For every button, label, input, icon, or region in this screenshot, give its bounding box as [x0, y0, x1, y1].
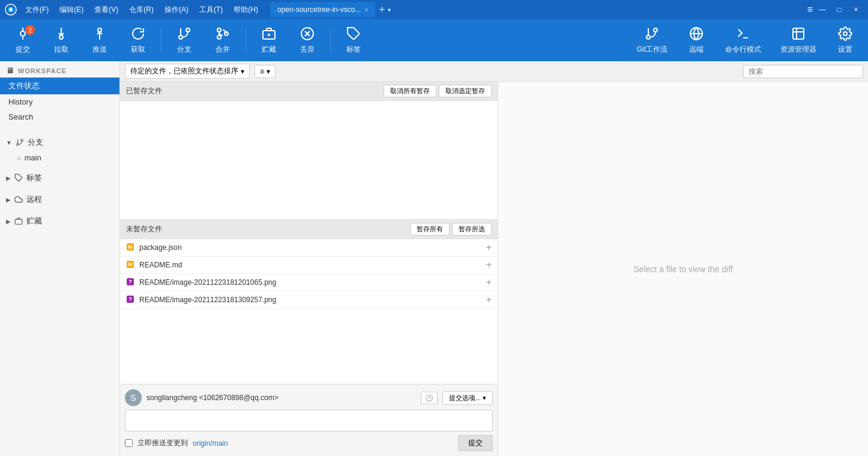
- split-panels: 已暂存文件 取消所有暂存 取消选定暂存 未暂存文件: [120, 82, 868, 456]
- menu-tools[interactable]: 工具(T): [194, 2, 228, 17]
- toolbar-push-button[interactable]: 推送: [82, 23, 118, 58]
- toolbar-git-flow-button[interactable]: Git工作流: [628, 23, 676, 58]
- explorer-icon: [791, 26, 806, 43]
- stashes-label: 贮藏: [26, 216, 42, 226]
- remotes-label: 远程: [26, 194, 42, 205]
- tag-label: 标签: [346, 44, 361, 55]
- search-input[interactable]: [743, 65, 863, 78]
- toolbar-discard-button[interactable]: 丢弃: [289, 23, 325, 58]
- explorer-label: 资源管理器: [780, 44, 816, 55]
- hamburger-menu-button[interactable]: ≡: [807, 4, 813, 15]
- pull-icon: [54, 26, 68, 43]
- modified-file-icon: M: [126, 260, 134, 270]
- commit-options-label: 提交选项...: [449, 394, 481, 403]
- new-tab-button[interactable]: +: [379, 4, 385, 16]
- sidebar-item-history[interactable]: History: [0, 94, 119, 109]
- commit-label: 提交: [16, 44, 30, 55]
- tab-close-button[interactable]: ×: [364, 7, 368, 13]
- push-label: 推送: [92, 44, 107, 55]
- push-on-commit-checkbox[interactable]: [125, 439, 133, 447]
- toolbar-fetch-button[interactable]: 获取: [120, 23, 156, 58]
- commit-footer: 立即推送变更到 origin/main 提交: [125, 435, 493, 451]
- file-sort-label: 待定的文件，已依照文件状态排序: [130, 66, 238, 76]
- list-item[interactable]: MREADME.md+: [120, 257, 498, 274]
- cancel-selected-stash-button[interactable]: 取消选定暂存: [439, 85, 492, 97]
- toolbar-commit-button[interactable]: 2 提交: [5, 23, 41, 58]
- pull-label: 拉取: [54, 44, 68, 55]
- sidebar-stashes-header[interactable]: ▶ 贮藏: [0, 213, 119, 230]
- sidebar-section-tags: ▶ 标签: [0, 169, 119, 186]
- branches-label: 分支: [28, 137, 43, 148]
- svg-point-35: [21, 139, 23, 142]
- svg-point-13: [217, 28, 221, 32]
- toolbar-merge-button[interactable]: 合并: [205, 23, 241, 58]
- close-button[interactable]: ×: [849, 2, 863, 17]
- tags-label: 标签: [26, 172, 42, 183]
- stash-section-title: 已暂存文件: [126, 86, 162, 96]
- svg-point-12: [179, 35, 182, 39]
- unstash-section: 未暂存文件 暂存所有 暂存所选 Mpackage.json+MREADME.md…: [120, 220, 498, 384]
- minimize-button[interactable]: —: [815, 2, 830, 17]
- toolbar-pull-button[interactable]: 拉取: [43, 23, 79, 58]
- tab-main[interactable]: open-sourcetree-in-vsco... ×: [270, 2, 375, 17]
- terminal-label: 命令行模式: [725, 44, 761, 55]
- commit-badge: 2: [25, 25, 35, 35]
- toolbar-right: Git工作流 远端 命令行模式: [628, 23, 863, 58]
- commit-options-arrow-icon: ▾: [483, 394, 486, 402]
- stash-file-list: [120, 101, 498, 219]
- sidebar-item-search[interactable]: Search: [0, 109, 119, 124]
- workspace-header: 🖥 WORKSPACE: [0, 61, 119, 78]
- branch-label: 分支: [177, 44, 191, 55]
- menu-edit[interactable]: 编辑(E): [55, 2, 88, 17]
- commit-message-input[interactable]: [125, 410, 493, 431]
- menu-file[interactable]: 文件(F): [20, 2, 53, 17]
- toolbar-tag-button[interactable]: 标签: [336, 23, 372, 58]
- workspace-label: WORKSPACE: [18, 67, 67, 74]
- view-mode-button[interactable]: ≡ ▾: [255, 65, 276, 78]
- toolbar-remote-button[interactable]: 远端: [678, 23, 714, 58]
- file-sort-dropdown[interactable]: 待定的文件，已依照文件状态排序 ▾: [125, 64, 250, 79]
- commit-submit-button[interactable]: 提交: [458, 435, 493, 451]
- discard-icon: [300, 26, 315, 43]
- svg-text:?: ?: [128, 296, 132, 302]
- sidebar-section-stashes: ▶ 贮藏: [0, 213, 119, 230]
- diff-panel: Select a file to view the diff: [498, 82, 868, 456]
- file-name-label: package.json: [139, 243, 481, 252]
- push-origin-link[interactable]: origin/main: [193, 439, 228, 448]
- menu-action[interactable]: 操作(A): [160, 2, 193, 17]
- file-stage-button[interactable]: +: [486, 260, 492, 270]
- commit-options-button[interactable]: 提交选项... ▾: [442, 391, 493, 405]
- toolbar-stash-button[interactable]: 贮藏: [251, 23, 287, 58]
- cancel-all-stash-button[interactable]: 取消所有暂存: [384, 85, 436, 97]
- list-item[interactable]: ?README/image-20211223181309257.png+: [120, 291, 498, 309]
- toolbar-terminal-button[interactable]: 命令行模式: [717, 23, 770, 58]
- toolbar-branch-button[interactable]: 分支: [166, 23, 202, 58]
- list-item[interactable]: Mpackage.json+: [120, 239, 498, 257]
- toolbar-settings-button[interactable]: 设置: [827, 23, 863, 58]
- commit-user-email: songliangcheng <1062670898@qq.com>: [146, 394, 416, 402]
- toolbar: 2 提交 拉取 推送: [0, 19, 868, 61]
- sidebar-tags-header[interactable]: ▶ 标签: [0, 169, 119, 186]
- file-stage-button[interactable]: +: [486, 277, 492, 288]
- menu-help[interactable]: 帮助(H): [229, 2, 263, 17]
- file-name-label: README/image-20211223181201065.png: [139, 278, 481, 287]
- maximize-button[interactable]: □: [832, 2, 846, 17]
- unstash-header-actions: 暂存所有 暂存所选: [410, 223, 492, 236]
- toolbar-explorer-button[interactable]: 资源管理器: [772, 23, 825, 58]
- stash-all-button[interactable]: 暂存所有: [410, 223, 450, 236]
- tab-area: open-sourcetree-in-vsco... × + ▾: [270, 2, 391, 17]
- sidebar-section-remotes: ▶ 远程: [0, 191, 119, 208]
- push-on-commit-label: 立即推送变更到: [137, 438, 188, 448]
- list-item[interactable]: ?README/image-20211223181201065.png+: [120, 274, 498, 291]
- sidebar-branch-main[interactable]: ○ main: [0, 151, 119, 165]
- sidebar-branches-header[interactable]: ▼ 分支: [0, 134, 119, 151]
- sidebar-remotes-header[interactable]: ▶ 远程: [0, 191, 119, 208]
- file-stage-button[interactable]: +: [486, 242, 492, 253]
- stash-selected-button[interactable]: 暂存所选: [452, 223, 492, 236]
- sidebar-item-file-status[interactable]: 文件状态: [0, 78, 119, 94]
- menu-repo[interactable]: 仓库(R): [124, 2, 158, 17]
- file-stage-button[interactable]: +: [486, 294, 492, 305]
- tab-dropdown-button[interactable]: ▾: [388, 7, 391, 13]
- menu-view[interactable]: 查看(V): [89, 2, 123, 17]
- commit-time-button[interactable]: 🕐: [421, 392, 438, 404]
